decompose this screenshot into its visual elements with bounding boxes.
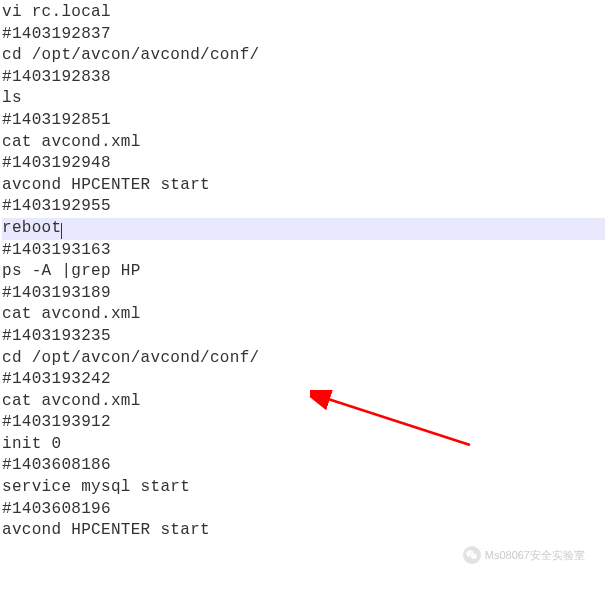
text-cursor (61, 223, 62, 239)
history-line: #1403193163 (2, 240, 605, 262)
history-line: cd /opt/avcon/avcond/conf/ (2, 348, 605, 370)
history-line: #1403192955 (2, 196, 605, 218)
history-line: #1403192837 (2, 24, 605, 46)
history-line: cat avcond.xml (2, 132, 605, 154)
history-line: #1403193912 (2, 412, 605, 434)
history-line: avcond HPCENTER start (2, 520, 605, 542)
history-line: reboot (2, 218, 605, 240)
history-line: service mysql start (2, 477, 605, 499)
history-line: cat avcond.xml (2, 304, 605, 326)
history-line: vi rc.local (2, 2, 605, 24)
history-line: ls (2, 88, 605, 110)
history-line: #1403193235 (2, 326, 605, 348)
history-line: #1403192838 (2, 67, 605, 89)
history-line: #1403192851 (2, 110, 605, 132)
history-line: init 0 (2, 434, 605, 456)
history-line: cat avcond.xml (2, 391, 605, 413)
history-line: avcond HPCENTER start (2, 175, 605, 197)
history-line: ps -A |grep HP (2, 261, 605, 283)
history-line: #1403193242 (2, 369, 605, 391)
watermark: Ms08067安全实验室 (463, 546, 585, 564)
history-line: #1403608186 (2, 455, 605, 477)
history-line: #1403193189 (2, 283, 605, 305)
history-line: #1403192948 (2, 153, 605, 175)
wechat-icon (463, 546, 481, 564)
watermark-text: Ms08067安全实验室 (485, 548, 585, 563)
history-line: cd /opt/avcon/avcond/conf/ (2, 45, 605, 67)
history-line: #1403608196 (2, 499, 605, 521)
terminal-history: vi rc.local#1403192837cd /opt/avcon/avco… (2, 2, 605, 542)
